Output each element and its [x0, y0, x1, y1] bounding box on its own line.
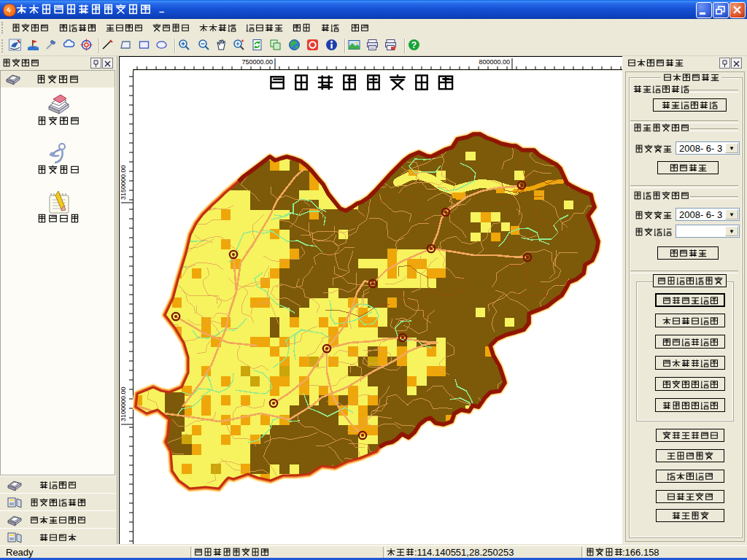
svg-text:?: ?: [411, 40, 417, 50]
svg-text:3150000.00: 3150000.00: [120, 165, 127, 200]
svg-text:3100000.00: 3100000.00: [120, 386, 127, 421]
svg-text:750000.00: 750000.00: [241, 58, 273, 66]
svg-text:800000.00: 800000.00: [479, 58, 510, 66]
